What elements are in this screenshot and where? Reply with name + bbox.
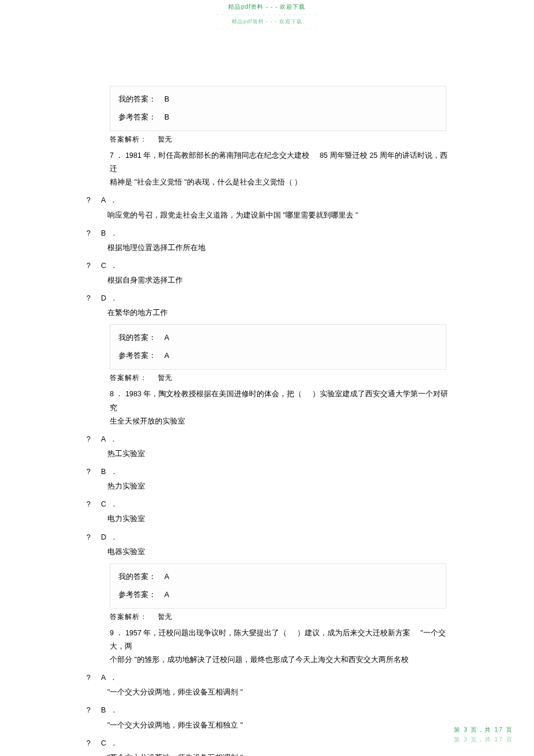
bullet-icon: ? bbox=[86, 737, 91, 750]
my-answer-label: 我的答案： bbox=[118, 333, 156, 343]
option-letter: A ． bbox=[101, 671, 118, 685]
answer-box-q8: 我的答案： A 参考答案： A bbox=[110, 563, 446, 609]
q7-option-c: ?C ． 根据自身需求选择工作 bbox=[82, 259, 453, 287]
header-line-2: 精品pdf资料 - - - 欢迎下载 bbox=[0, 19, 534, 25]
analysis-value: 暂无 bbox=[158, 612, 172, 622]
q7-option-a: ?A ． 响应党的号召，跟党走社会主义道路，为建设新中国 "哪里需要就到哪里去 … bbox=[82, 194, 453, 222]
analysis-label: 答案解析： bbox=[110, 612, 147, 622]
q7-stem-part1: 7 ． 1981 年，时任高教部部长的蒋南翔同志在纪念交大建校 bbox=[110, 151, 309, 160]
q9-stem-part2: ）建议，成为后来交大迁校新方案 bbox=[297, 629, 410, 637]
option-letter: B ． bbox=[101, 465, 119, 479]
q7-option-c-text: 根据自身需求选择工作 bbox=[107, 274, 453, 287]
my-answer-value: A bbox=[164, 572, 169, 581]
ref-answer-label: 参考答案： bbox=[118, 590, 156, 600]
footer-line-1: 第 3 页，共 17 页 bbox=[454, 725, 513, 735]
my-answer-value: A bbox=[164, 333, 169, 342]
header-line-1: 精品pdf资料 - - - 欢迎下载 bbox=[0, 3, 534, 10]
q7-stem-line2: 精神是 "社会主义觉悟 "的表现，什么是社会主义觉悟（ ） bbox=[110, 178, 302, 186]
my-answer-label: 我的答案： bbox=[118, 95, 156, 104]
q8-stem-line2: 生全天候开放的实验室 bbox=[110, 417, 185, 425]
analysis-label: 答案解析： bbox=[110, 373, 147, 383]
q8-option-b-text: 热力实验室 bbox=[107, 480, 453, 493]
q9-stem-part1: 9 ． 1957 年，迁校问题出现争议时，陈大燮提出了（ bbox=[110, 629, 287, 637]
q7-option-d-text: 在繁华的地方工作 bbox=[107, 306, 453, 320]
option-letter: D ． bbox=[101, 292, 120, 305]
answer-box-q6: 我的答案： B 参考答案： B bbox=[110, 86, 446, 131]
page-footer: 第 3 页，共 17 页 第 3 页，共 17 页 bbox=[454, 725, 513, 744]
header-dashes-2: - - - - - - - - - - - - - - - - - - - - bbox=[0, 26, 534, 31]
footer-line-2: 第 3 页，共 17 页 bbox=[454, 735, 513, 744]
q9-option-b: ?B ． "一个交大分设两地，师生设备互相独立 " bbox=[82, 704, 453, 732]
q8-stem-part1: 8 ． 1983 年，陶文栓教授根据在美国进修时的体会，把（ bbox=[110, 390, 302, 398]
q8-option-d: ?D ． 电器实验室 bbox=[82, 531, 453, 559]
q7-stem: 7 ． 1981 年，时任高教部部长的蒋南翔同志在纪念交大建校 85 周年暨迁校… bbox=[110, 149, 453, 189]
q7-option-a-text: 响应党的号召，跟党走社会主义道路，为建设新中国 "哪里需要就到哪里去 " bbox=[107, 209, 453, 222]
option-letter: B ． bbox=[101, 704, 119, 717]
q8-option-c-text: 电力实验室 bbox=[107, 512, 453, 526]
ref-answer-label: 参考答案： bbox=[118, 351, 156, 361]
bullet-icon: ? bbox=[86, 671, 91, 685]
analysis-line-q6: 答案解析： 暂无 bbox=[110, 135, 453, 144]
bullet-icon: ? bbox=[86, 433, 91, 446]
q9-option-b-text: "一个交大分设两地，师生设备互相独立 " bbox=[107, 719, 453, 732]
option-letter: C ． bbox=[101, 498, 120, 511]
option-letter: C ． bbox=[101, 737, 120, 750]
answer-box-q7: 我的答案： A 参考答案： A bbox=[110, 324, 446, 370]
option-letter: A ． bbox=[101, 433, 118, 446]
q8-option-b: ?B ． 热力实验室 bbox=[82, 465, 453, 493]
bullet-icon: ? bbox=[86, 531, 91, 544]
q9-option-a: ?A ． "一个交大分设两地，师生设备互相调剂 " bbox=[82, 671, 453, 699]
bullet-icon: ? bbox=[86, 498, 91, 511]
q8-option-d-text: 电器实验室 bbox=[107, 545, 453, 559]
bullet-icon: ? bbox=[86, 704, 91, 717]
q7-option-b-text: 根据地理位置选择工作所在地 bbox=[107, 241, 453, 255]
bullet-icon: ? bbox=[86, 227, 91, 240]
ref-answer-value: A bbox=[164, 590, 169, 599]
q8-option-a-text: 热工实验室 bbox=[107, 447, 453, 461]
q9-option-a-text: "一个交大分设两地，师生设备互相调剂 " bbox=[107, 686, 453, 699]
q7-option-d: ?D ． 在繁华的地方工作 bbox=[82, 292, 453, 320]
my-answer-value: B bbox=[164, 95, 169, 103]
q9-stem-line2: 个部分 "的雏形，成功地解决了迁校问题，最终也形成了今天上海交大和西安交大两所名… bbox=[110, 656, 409, 664]
option-letter: A ． bbox=[101, 194, 118, 207]
analysis-value: 暂无 bbox=[158, 373, 172, 383]
analysis-line-q7: 答案解析： 暂无 bbox=[110, 373, 453, 383]
q9-stem: 9 ． 1957 年，迁校问题出现争议时，陈大燮提出了（ ）建议，成为后来交大迁… bbox=[110, 627, 453, 667]
option-letter: C ． bbox=[101, 259, 120, 273]
bullet-icon: ? bbox=[86, 292, 91, 305]
q8-option-a: ?A ． 热工实验室 bbox=[82, 433, 453, 461]
ref-answer-value: B bbox=[164, 113, 169, 121]
q7-option-b: ?B ． 根据地理位置选择工作所在地 bbox=[82, 227, 453, 255]
header-dashes-1: - - - - - - - - - - - - - - - - - - - - bbox=[0, 12, 534, 17]
ref-answer-value: A bbox=[164, 351, 169, 360]
content-area: 我的答案： B 参考答案： B 答案解析： 暂无 7 ． 1981 年，时任高教… bbox=[82, 86, 453, 756]
analysis-line-q8: 答案解析： 暂无 bbox=[110, 612, 453, 622]
option-letter: B ． bbox=[101, 227, 119, 240]
analysis-label: 答案解析： bbox=[110, 135, 147, 144]
bullet-icon: ? bbox=[86, 194, 91, 207]
my-answer-label: 我的答案： bbox=[118, 572, 156, 582]
q8-option-c: ?C ． 电力实验室 bbox=[82, 498, 453, 526]
page: 精品pdf资料 - - - 欢迎下载 - - - - - - - - - - -… bbox=[0, 0, 534, 756]
q9-option-c: ?C ． "两个交大分设两地，师生设备互相调剂 " bbox=[82, 737, 453, 756]
bullet-icon: ? bbox=[86, 465, 91, 479]
option-letter: D ． bbox=[101, 531, 120, 544]
page-header: 精品pdf资料 - - - 欢迎下载 - - - - - - - - - - -… bbox=[0, 3, 534, 31]
q9-option-c-text: "两个交大分设两地，师生设备互相调剂 " bbox=[107, 751, 453, 756]
q8-stem: 8 ． 1983 年，陶文栓教授根据在美国进修时的体会，把（ ）实验室建成了西安… bbox=[110, 388, 453, 428]
bullet-icon: ? bbox=[86, 259, 91, 273]
analysis-value: 暂无 bbox=[158, 135, 172, 144]
ref-answer-label: 参考答案： bbox=[118, 113, 156, 122]
